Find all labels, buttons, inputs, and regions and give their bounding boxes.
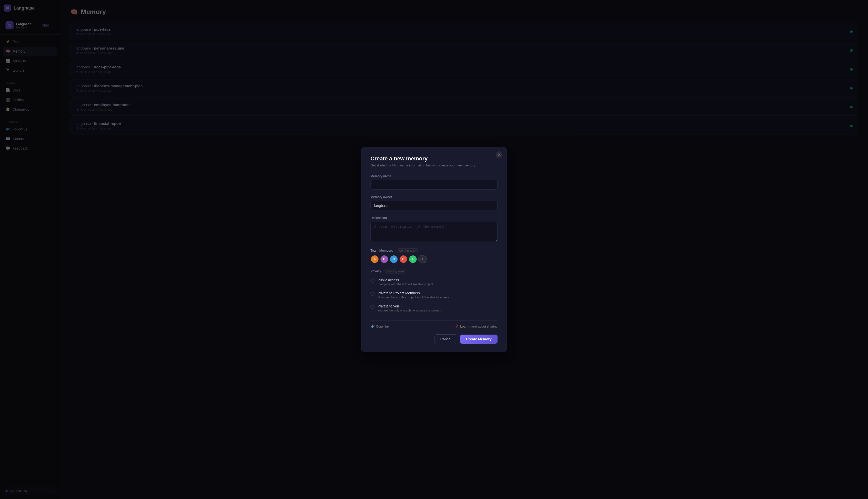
privacy-public-desc: Everyone with the link will see this pro… bbox=[377, 282, 498, 286]
memory-owner-field: Memory owner langbase bbox=[370, 195, 498, 210]
team-avatar-2: B bbox=[380, 255, 389, 264]
radio-public bbox=[370, 279, 375, 282]
close-icon: ✕ bbox=[498, 153, 501, 157]
radio-private-you bbox=[370, 305, 375, 309]
privacy-private-project-desc: Only members of this project would be ab… bbox=[377, 296, 498, 299]
memory-name-label: Memory name bbox=[370, 174, 498, 178]
learn-sharing-button[interactable]: ❓ Learn more about sharing bbox=[455, 325, 498, 328]
cancel-button[interactable]: Cancel bbox=[435, 334, 457, 344]
privacy-private-project-label: Private to Project Members bbox=[377, 291, 498, 295]
modal-overlay: ✕ Create a new memory Get started by fil… bbox=[0, 0, 868, 499]
add-team-member-button[interactable]: + bbox=[418, 255, 427, 264]
copy-link-label: Copy link bbox=[376, 325, 389, 328]
description-input[interactable] bbox=[370, 222, 498, 242]
privacy-section: Privacy Coming soon Public access Everyo… bbox=[370, 269, 498, 315]
learn-sharing-label: Learn more about sharing bbox=[460, 325, 498, 328]
team-avatar-3: C bbox=[390, 255, 398, 264]
privacy-option-public[interactable]: Public access Everyone with the link wil… bbox=[370, 276, 498, 289]
privacy-option-private-you[interactable]: Private to you You are the only one able… bbox=[370, 302, 498, 315]
memory-owner-label: Memory owner bbox=[370, 195, 498, 199]
privacy-coming-soon: Coming soon bbox=[385, 269, 406, 273]
memory-owner-value: langbase bbox=[370, 201, 498, 210]
team-members-section: Team Members Coming soon A B C D E + bbox=[370, 248, 498, 264]
privacy-public-label: Public access bbox=[377, 278, 498, 282]
team-avatar-4: D bbox=[399, 255, 407, 264]
copy-link-row: 🔗 Copy link ❓ Learn more about sharing bbox=[370, 320, 498, 328]
create-memory-button[interactable]: Create Memory bbox=[460, 334, 498, 344]
privacy-private-you-desc: You are the only one able to access this… bbox=[377, 309, 498, 312]
privacy-option-private-project[interactable]: Private to Project Members Only members … bbox=[370, 289, 498, 302]
memory-name-input[interactable] bbox=[370, 180, 498, 190]
modal-footer: Cancel Create Memory bbox=[370, 334, 498, 344]
radio-private-project bbox=[370, 292, 375, 296]
description-field: Description bbox=[370, 216, 498, 243]
privacy-label: Privacy bbox=[370, 269, 381, 273]
create-memory-modal: ✕ Create a new memory Get started by fil… bbox=[361, 147, 507, 352]
team-avatar-1: A bbox=[370, 255, 379, 264]
team-avatar-5: E bbox=[408, 255, 417, 264]
privacy-private-you-label: Private to you bbox=[377, 304, 498, 308]
copy-link-button[interactable]: 🔗 Copy link bbox=[370, 325, 389, 328]
link-icon: 🔗 bbox=[370, 325, 375, 328]
modal-close-button[interactable]: ✕ bbox=[495, 151, 503, 158]
team-members-label: Team Members bbox=[370, 248, 393, 252]
question-icon: ❓ bbox=[455, 325, 458, 328]
modal-subtitle: Get started by filling in the informatio… bbox=[370, 163, 498, 167]
memory-name-field: Memory name bbox=[370, 174, 498, 190]
team-avatars-row: A B C D E + bbox=[370, 255, 498, 264]
modal-title: Create a new memory bbox=[370, 155, 498, 162]
description-label: Description bbox=[370, 216, 498, 220]
team-members-coming-soon: Coming soon bbox=[397, 248, 418, 253]
